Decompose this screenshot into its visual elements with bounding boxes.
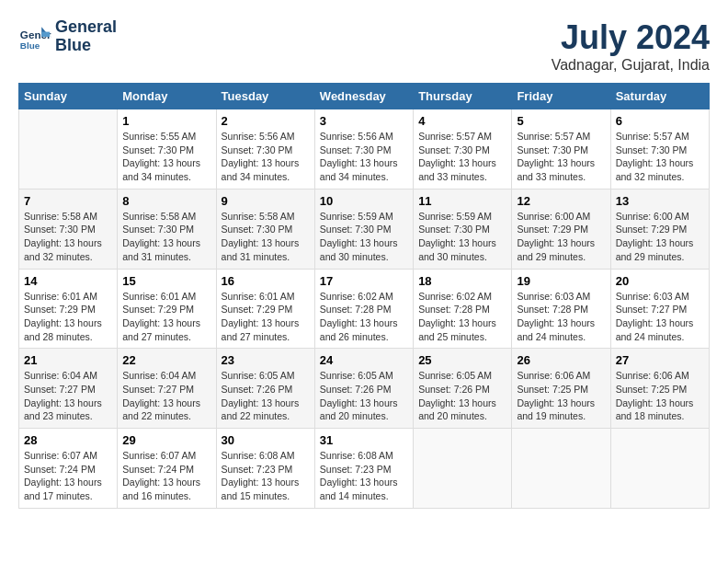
calendar-cell: 14Sunrise: 6:01 AM Sunset: 7:29 PM Dayli…	[19, 269, 118, 349]
calendar-cell: 2Sunrise: 5:56 AM Sunset: 7:30 PM Daylig…	[216, 109, 314, 190]
day-info: Sunrise: 5:56 AM Sunset: 7:30 PM Dayligh…	[222, 130, 310, 184]
day-info: Sunrise: 6:05 AM Sunset: 7:26 PM Dayligh…	[222, 369, 310, 423]
day-number: 29	[122, 433, 210, 447]
day-number: 19	[517, 274, 605, 288]
day-number: 4	[418, 114, 506, 128]
calendar-cell: 6Sunrise: 5:57 AM Sunset: 7:30 PM Daylig…	[610, 109, 709, 190]
calendar-cell: 20Sunrise: 6:03 AM Sunset: 7:27 PM Dayli…	[610, 269, 709, 349]
day-number: 28	[24, 433, 112, 447]
day-info: Sunrise: 6:07 AM Sunset: 7:24 PM Dayligh…	[122, 449, 210, 503]
day-number: 1	[122, 114, 210, 128]
calendar-cell: 11Sunrise: 5:59 AM Sunset: 7:30 PM Dayli…	[414, 189, 512, 269]
logo-text: General Blue	[55, 18, 117, 55]
day-number: 13	[616, 194, 704, 208]
svg-marker-3	[41, 31, 50, 36]
day-info: Sunrise: 5:57 AM Sunset: 7:30 PM Dayligh…	[517, 130, 605, 184]
day-info: Sunrise: 6:00 AM Sunset: 7:29 PM Dayligh…	[517, 210, 605, 264]
day-number: 3	[320, 114, 408, 128]
day-number: 22	[122, 353, 210, 367]
calendar-week-row: 7Sunrise: 5:58 AM Sunset: 7:30 PM Daylig…	[19, 189, 710, 269]
day-info: Sunrise: 6:07 AM Sunset: 7:24 PM Dayligh…	[24, 449, 112, 503]
calendar-cell: 31Sunrise: 6:08 AM Sunset: 7:23 PM Dayli…	[314, 429, 413, 509]
day-info: Sunrise: 5:57 AM Sunset: 7:30 PM Dayligh…	[418, 130, 506, 184]
day-info: Sunrise: 6:04 AM Sunset: 7:27 PM Dayligh…	[24, 369, 112, 423]
page-header: General Blue General Blue July 2024 Vadn…	[18, 18, 710, 74]
calendar-cell: 15Sunrise: 6:01 AM Sunset: 7:29 PM Dayli…	[118, 269, 216, 349]
calendar-cell: 25Sunrise: 6:05 AM Sunset: 7:26 PM Dayli…	[414, 349, 512, 429]
calendar-day-header: Tuesday	[216, 84, 314, 109]
calendar-day-header: Saturday	[610, 84, 709, 109]
day-number: 31	[320, 433, 408, 447]
day-number: 8	[122, 194, 210, 208]
day-number: 2	[222, 114, 310, 128]
day-number: 12	[517, 194, 605, 208]
calendar-cell: 29Sunrise: 6:07 AM Sunset: 7:24 PM Dayli…	[118, 429, 216, 509]
day-number: 6	[616, 114, 704, 128]
day-info: Sunrise: 6:05 AM Sunset: 7:26 PM Dayligh…	[418, 369, 506, 423]
day-info: Sunrise: 5:55 AM Sunset: 7:30 PM Dayligh…	[122, 130, 210, 184]
day-number: 30	[222, 433, 310, 447]
calendar-cell: 27Sunrise: 6:06 AM Sunset: 7:25 PM Dayli…	[610, 349, 709, 429]
calendar-week-row: 1Sunrise: 5:55 AM Sunset: 7:30 PM Daylig…	[19, 109, 710, 190]
day-number: 15	[122, 274, 210, 288]
calendar-cell	[19, 109, 118, 190]
day-info: Sunrise: 5:57 AM Sunset: 7:30 PM Dayligh…	[616, 130, 704, 184]
day-info: Sunrise: 6:01 AM Sunset: 7:29 PM Dayligh…	[122, 290, 210, 344]
day-number: 24	[320, 353, 408, 367]
day-number: 17	[320, 274, 408, 288]
day-number: 11	[418, 194, 506, 208]
calendar-cell: 22Sunrise: 6:04 AM Sunset: 7:27 PM Dayli…	[118, 349, 216, 429]
location: Vadnagar, Gujarat, India	[552, 57, 710, 74]
calendar-table: SundayMondayTuesdayWednesdayThursdayFrid…	[18, 83, 710, 509]
day-info: Sunrise: 6:06 AM Sunset: 7:25 PM Dayligh…	[616, 369, 704, 423]
calendar-cell: 10Sunrise: 5:59 AM Sunset: 7:30 PM Dayli…	[314, 189, 413, 269]
day-number: 26	[517, 353, 605, 367]
day-info: Sunrise: 6:04 AM Sunset: 7:27 PM Dayligh…	[122, 369, 210, 423]
calendar-week-row: 28Sunrise: 6:07 AM Sunset: 7:24 PM Dayli…	[19, 429, 710, 509]
calendar-cell: 28Sunrise: 6:07 AM Sunset: 7:24 PM Dayli…	[19, 429, 118, 509]
calendar-cell: 7Sunrise: 5:58 AM Sunset: 7:30 PM Daylig…	[19, 189, 118, 269]
day-number: 21	[24, 353, 112, 367]
day-number: 10	[320, 194, 408, 208]
title-block: July 2024 Vadnagar, Gujarat, India	[552, 18, 710, 74]
calendar-day-header: Friday	[512, 84, 610, 109]
day-info: Sunrise: 5:58 AM Sunset: 7:30 PM Dayligh…	[122, 210, 210, 264]
svg-text:Blue: Blue	[20, 40, 40, 50]
calendar-cell: 30Sunrise: 6:08 AM Sunset: 7:23 PM Dayli…	[216, 429, 314, 509]
calendar-cell: 16Sunrise: 6:01 AM Sunset: 7:29 PM Dayli…	[216, 269, 314, 349]
calendar-header-row: SundayMondayTuesdayWednesdayThursdayFrid…	[19, 84, 710, 109]
day-number: 25	[418, 353, 506, 367]
day-info: Sunrise: 6:01 AM Sunset: 7:29 PM Dayligh…	[24, 290, 112, 344]
calendar-cell: 9Sunrise: 5:58 AM Sunset: 7:30 PM Daylig…	[216, 189, 314, 269]
day-number: 14	[24, 274, 112, 288]
calendar-body: 1Sunrise: 5:55 AM Sunset: 7:30 PM Daylig…	[19, 109, 710, 509]
day-info: Sunrise: 6:06 AM Sunset: 7:25 PM Dayligh…	[517, 369, 605, 423]
day-info: Sunrise: 6:05 AM Sunset: 7:26 PM Dayligh…	[320, 369, 408, 423]
calendar-week-row: 14Sunrise: 6:01 AM Sunset: 7:29 PM Dayli…	[19, 269, 710, 349]
calendar-cell: 5Sunrise: 5:57 AM Sunset: 7:30 PM Daylig…	[512, 109, 610, 190]
logo-icon: General Blue	[18, 20, 51, 53]
day-number: 20	[616, 274, 704, 288]
day-info: Sunrise: 6:01 AM Sunset: 7:29 PM Dayligh…	[222, 290, 310, 344]
calendar-cell: 18Sunrise: 6:02 AM Sunset: 7:28 PM Dayli…	[414, 269, 512, 349]
day-info: Sunrise: 5:56 AM Sunset: 7:30 PM Dayligh…	[320, 130, 408, 184]
day-info: Sunrise: 6:02 AM Sunset: 7:28 PM Dayligh…	[418, 290, 506, 344]
calendar-cell	[414, 429, 512, 509]
day-number: 18	[418, 274, 506, 288]
day-number: 23	[222, 353, 310, 367]
calendar-cell: 3Sunrise: 5:56 AM Sunset: 7:30 PM Daylig…	[314, 109, 413, 190]
calendar-cell: 21Sunrise: 6:04 AM Sunset: 7:27 PM Dayli…	[19, 349, 118, 429]
calendar-cell: 23Sunrise: 6:05 AM Sunset: 7:26 PM Dayli…	[216, 349, 314, 429]
month-title: July 2024	[552, 18, 710, 57]
calendar-cell: 26Sunrise: 6:06 AM Sunset: 7:25 PM Dayli…	[512, 349, 610, 429]
day-info: Sunrise: 6:03 AM Sunset: 7:28 PM Dayligh…	[517, 290, 605, 344]
calendar-day-header: Monday	[118, 84, 216, 109]
day-info: Sunrise: 6:00 AM Sunset: 7:29 PM Dayligh…	[616, 210, 704, 264]
calendar-day-header: Thursday	[414, 84, 512, 109]
day-info: Sunrise: 6:02 AM Sunset: 7:28 PM Dayligh…	[320, 290, 408, 344]
calendar-cell	[610, 429, 709, 509]
calendar-week-row: 21Sunrise: 6:04 AM Sunset: 7:27 PM Dayli…	[19, 349, 710, 429]
day-number: 5	[517, 114, 605, 128]
calendar-cell	[512, 429, 610, 509]
calendar-day-header: Wednesday	[314, 84, 413, 109]
